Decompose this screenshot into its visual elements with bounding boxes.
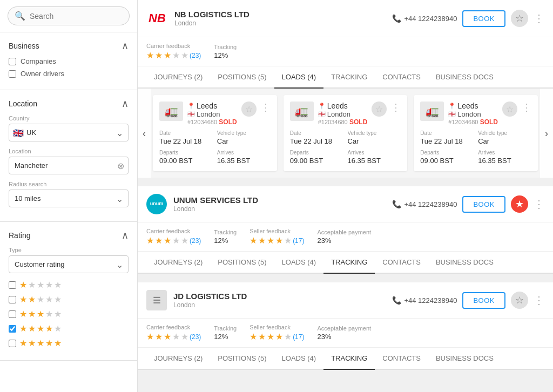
main-content: NB NB LOGISTICS LTD London 📞 +44 1224238… (138, 0, 553, 392)
departs-label: Departs (420, 150, 474, 156)
loads-arrow-right[interactable]: › (540, 89, 553, 178)
star-icon: ★ (146, 50, 154, 60)
star-4-checkbox[interactable] (9, 325, 16, 333)
load-2-more-icon[interactable]: ⋮ (391, 102, 401, 113)
rating-section-header[interactable]: Rating ∧ (9, 229, 129, 241)
load-card-1: 🚛 📍 Leeds 🏴󠁧󠁢󠁥󠁮󠁧󠁿 London (153, 95, 277, 171)
load-3-header: 🚛 📍 Leeds 🏴󠁧󠁢󠁥󠁮󠁧󠁿 London (420, 102, 531, 126)
load-card-3: 🚛 📍 Leeds 🏴󠁧󠁢󠁥󠁮󠁧󠁿 London (414, 95, 538, 171)
companies-checkbox-item[interactable]: Companies (9, 57, 129, 65)
load-3-star-icon[interactable]: ☆ (502, 102, 517, 117)
star-icon: ★ (155, 50, 163, 60)
tab-positions-nb[interactable]: POSITIONS (5) (210, 66, 274, 89)
load-1-header: 🚛 📍 Leeds 🏴󠁧󠁢󠁥󠁮󠁧󠁿 London (159, 102, 271, 126)
clear-location-icon[interactable]: ⊗ (117, 160, 124, 171)
owner-drivers-checkbox-item[interactable]: Owner drivers (9, 70, 129, 78)
nb-book-button[interactable]: BOOK (462, 10, 505, 27)
load-3-vehicle: Vehicle type Car (478, 130, 531, 145)
jd-city: London (173, 301, 386, 309)
country-select[interactable]: UK (9, 124, 129, 141)
nb-tracking: Tracking 12% (214, 44, 237, 59)
nb-carrier-count: (23) (190, 52, 201, 59)
unum-book-button[interactable]: BOOK (462, 196, 505, 213)
companies-checkbox[interactable] (9, 58, 16, 65)
load-3-more-icon[interactable]: ⋮ (522, 102, 531, 113)
company-card-nb: NB NB LOGISTICS LTD London 📞 +44 1224238… (138, 0, 553, 178)
tab-loads-unum[interactable]: LOADS (4) (274, 252, 324, 274)
load-1-date-value: Tue 22 Jul 18 (159, 137, 213, 145)
nb-logo: NB (146, 8, 168, 29)
nb-favorite-icon[interactable]: ☆ (511, 10, 528, 27)
jd-more-icon[interactable]: ⋮ (534, 294, 544, 307)
country-select-wrap: UK 🇬🇧 ⌄ (9, 124, 129, 141)
star-icon: ★ (37, 309, 44, 319)
jd-seller-feedback: Seller feedback ★ ★ ★ ★ ★ (17) (249, 324, 304, 342)
star-2-checkbox[interactable] (9, 296, 16, 303)
load-2-star-icon[interactable]: ☆ (372, 102, 387, 117)
star-icon: ★ (19, 294, 27, 305)
star-icon: ★ (28, 323, 36, 334)
tab-loads-nb[interactable]: LOADS (4) (274, 66, 324, 89)
star-icon: ★ (19, 323, 27, 334)
load-1-date: Date Tue 22 Jul 18 (159, 130, 213, 145)
star-icon: ★ (37, 323, 44, 334)
star-icon: ★ (172, 332, 180, 342)
tab-tracking-nb[interactable]: TRACKING (323, 66, 375, 89)
location-section-header[interactable]: Location ∧ (9, 98, 129, 110)
star-icon: ★ (19, 309, 27, 319)
sidebar: 🔍 Business ∧ Companies Owner drivers Loc… (0, 0, 138, 392)
search-input-wrap[interactable]: 🔍 (8, 6, 130, 25)
jd-info: JD LOGISTICS LTD London (173, 292, 386, 309)
tab-tracking-jd[interactable]: TRACKING (323, 348, 375, 370)
tab-contacts-jd[interactable]: CONTACTS (375, 348, 428, 370)
tab-businessdocs-unum[interactable]: BUSINESS DOCS (428, 252, 501, 274)
search-input[interactable] (30, 12, 123, 21)
tab-positions-unum[interactable]: POSITIONS (5) (210, 252, 274, 274)
load-2-arrives: Arrives 16.35 BST (348, 150, 401, 165)
unum-more-icon[interactable]: ⋮ (534, 198, 544, 211)
rating-section: Rating ∧ Type Customer rating ⌄ ★ ★ ★ ★ … (0, 222, 137, 361)
load-3-date-value: Tue 22 Jul 18 (420, 137, 474, 145)
load-2-header: 🚛 📍 Leeds 🏴󠁧󠁢󠁥󠁮󠁧󠁿 London (290, 102, 401, 126)
star-icon: ★ (181, 50, 188, 60)
star-icon: ★ (19, 338, 27, 348)
tab-contacts-nb[interactable]: CONTACTS (375, 66, 428, 89)
tab-positions-jd[interactable]: POSITIONS (5) (210, 348, 274, 370)
radius-select[interactable]: 10 miles 25 miles 50 miles (9, 190, 129, 207)
star-3-checkbox[interactable] (9, 310, 16, 318)
business-section-header[interactable]: Business ∧ (9, 40, 129, 52)
star-icon: ★ (181, 332, 188, 342)
truck-icon: 🚛 (159, 102, 183, 121)
jd-favorite-icon[interactable]: ☆ (511, 292, 528, 309)
loads-arrow-left[interactable]: ‹ (138, 89, 151, 178)
load-1-more-icon[interactable]: ⋮ (261, 102, 271, 113)
load-1-star-icon[interactable]: ☆ (241, 102, 257, 117)
star-5-checkbox[interactable] (9, 340, 16, 347)
nb-more-icon[interactable]: ⋮ (534, 12, 544, 25)
jd-payment: Acceptable payment 23% (317, 325, 371, 341)
tab-businessdocs-jd[interactable]: BUSINESS DOCS (428, 348, 501, 370)
date-label: Date (159, 130, 213, 136)
star-1-checkbox[interactable] (9, 281, 16, 289)
star-icon: ★ (54, 280, 62, 290)
tab-tracking-unum[interactable]: TRACKING (323, 252, 375, 274)
tab-journeys-nb[interactable]: JOURNEYS (2) (146, 66, 210, 89)
jd-actions: 📞 +44 1224238940 BOOK ☆ ⋮ (392, 292, 544, 309)
location-input[interactable] (9, 157, 129, 174)
tab-businessdocs-nb[interactable]: BUSINESS DOCS (428, 66, 501, 89)
tab-contacts-unum[interactable]: CONTACTS (375, 252, 428, 274)
unum-carrier-feedback: Carrier feedback ★ ★ ★ ★ ★ (23) (146, 228, 201, 246)
tab-journeys-jd[interactable]: JOURNEYS (2) (146, 348, 210, 370)
unum-favorite-icon[interactable]: ★ (511, 195, 528, 213)
rating-type-select[interactable]: Customer rating (9, 255, 129, 273)
load-3-status: SOLD (480, 118, 498, 126)
jd-book-button[interactable]: BOOK (462, 292, 505, 309)
owner-drivers-label: Owner drivers (21, 70, 64, 78)
tab-journeys-unum[interactable]: JOURNEYS (2) (146, 252, 210, 274)
arrives-label: Arrives (478, 150, 531, 156)
radius-label: Radius search (9, 181, 129, 187)
star-icon: ★ (275, 235, 283, 246)
tab-loads-jd[interactable]: LOADS (4) (274, 348, 324, 370)
owner-drivers-checkbox[interactable] (9, 70, 16, 78)
star-4-stars: ★ ★ ★ ★ ★ (19, 323, 62, 334)
